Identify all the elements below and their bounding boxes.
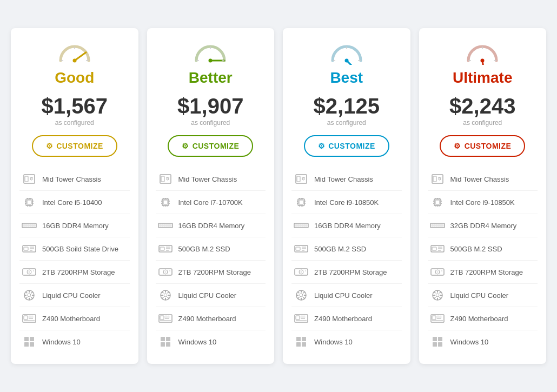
svg-point-161	[300, 294, 303, 297]
svg-rect-85	[166, 224, 168, 227]
spec-text: 32GB DDR4 Memory	[450, 222, 517, 230]
svg-rect-83	[162, 224, 163, 227]
svg-rect-111	[160, 316, 164, 320]
svg-point-121	[344, 59, 348, 63]
list-item: 16GB DDR4 Memory	[291, 214, 402, 237]
spec-text: Z490 Motherboard	[178, 315, 236, 323]
gauge-icon-good	[55, 41, 94, 65]
svg-point-218	[436, 271, 438, 273]
svg-rect-57	[30, 337, 34, 341]
list-item: Intel Core i5-10400	[19, 191, 130, 214]
list-item: Windows 10	[428, 330, 538, 353]
svg-point-99	[169, 270, 170, 271]
svg-rect-10	[27, 200, 31, 204]
svg-point-67	[167, 178, 169, 180]
ssd-icon	[430, 243, 445, 255]
svg-point-159	[305, 270, 306, 271]
cpu-icon	[430, 196, 445, 208]
spec-text: Z490 Motherboard	[314, 315, 372, 323]
svg-rect-119	[166, 342, 170, 347]
spec-text: Intel Core i5-10400	[42, 198, 102, 207]
svg-rect-126	[297, 176, 300, 182]
svg-rect-130	[299, 200, 303, 204]
list-item: 2TB 7200RPM Storage	[156, 261, 266, 284]
svg-rect-147	[306, 224, 307, 227]
customize-button-good[interactable]: ⚙CUSTOMIZE	[32, 135, 117, 157]
spec-list-ultimate: Mid Tower Chassis Intel Core i9-10850K	[428, 168, 538, 353]
cooler-icon	[294, 289, 309, 301]
svg-rect-116	[161, 337, 165, 341]
svg-line-228	[439, 292, 441, 294]
list-item: Liquid CPU Cooler	[291, 284, 402, 307]
gear-icon: ⚙	[318, 142, 326, 150]
spec-text: Mid Tower Chassis	[42, 175, 101, 183]
svg-rect-70	[163, 200, 168, 204]
gear-icon: ⚙	[454, 142, 461, 150]
svg-line-226	[434, 292, 435, 294]
spec-text: 500GB M.2 SSD	[314, 245, 366, 253]
customize-label-ultimate: CUSTOMIZE	[465, 142, 512, 150]
spec-text: 2TB 7200RPM Storage	[450, 268, 523, 276]
price-better: $1,907	[177, 95, 243, 117]
list-item: Intel Core i7-10700K	[156, 191, 266, 214]
list-item: Liquid CPU Cooler	[156, 284, 266, 307]
spec-text: Intel Core i9-10850K	[450, 198, 515, 207]
svg-rect-171	[296, 316, 300, 320]
case-icon	[158, 173, 173, 185]
ssd-icon	[22, 243, 37, 255]
customize-button-ultimate[interactable]: ⚙CUSTOMIZE	[440, 135, 525, 157]
spec-text: 2TB 7200RPM Storage	[314, 268, 387, 276]
spec-list-better: Mid Tower Chassis Intel Core i7-10700K	[156, 168, 266, 353]
list-item: 2TB 7200RPM Storage	[291, 261, 402, 284]
svg-line-166	[298, 292, 300, 294]
list-item: Mid Tower Chassis	[156, 168, 266, 191]
customize-button-better[interactable]: ⚙CUSTOMIZE	[168, 135, 253, 157]
spec-list-best: Mid Tower Chassis Intel Core i9-10850K	[291, 168, 402, 353]
ssd-icon	[158, 243, 173, 255]
as-configured-good: as configured	[55, 119, 94, 127]
list-item: Z490 Motherboard	[19, 307, 130, 330]
ram-icon	[22, 220, 37, 231]
customize-button-best[interactable]: ⚙CUSTOMIZE	[304, 135, 389, 157]
customize-label-better: CUSTOMIZE	[193, 142, 240, 150]
hdd-icon	[430, 266, 445, 278]
customize-label-best: CUSTOMIZE	[328, 142, 375, 150]
svg-line-48	[31, 292, 33, 294]
ram-icon	[430, 220, 445, 231]
svg-rect-52	[29, 316, 31, 318]
svg-point-127	[302, 178, 304, 180]
mobo-icon	[430, 313, 445, 324]
list-item: 16GB DDR4 Memory	[156, 214, 266, 237]
svg-line-229	[434, 297, 435, 299]
svg-rect-152	[296, 247, 300, 250]
svg-line-227	[439, 297, 441, 299]
spec-text: 500GB M.2 SSD	[178, 245, 230, 253]
as-configured-ultimate: as configured	[463, 119, 502, 127]
gear-icon: ⚙	[182, 142, 189, 150]
svg-rect-173	[303, 316, 305, 318]
case-icon	[22, 173, 37, 185]
ram-icon	[294, 220, 309, 231]
mobo-icon	[158, 313, 173, 324]
windows-icon	[158, 336, 173, 348]
svg-rect-233	[440, 316, 441, 318]
pricing-cards: Good$1,567as configured⚙CUSTOMIZE Mid To…	[11, 28, 546, 364]
case-icon	[294, 173, 309, 185]
as-configured-better: as configured	[191, 119, 230, 127]
list-item: 2TB 7200RPM Storage	[428, 261, 538, 284]
list-item: Z490 Motherboard	[428, 307, 538, 330]
list-item: Mid Tower Chassis	[428, 168, 538, 191]
list-item: Z490 Motherboard	[291, 307, 402, 330]
svg-rect-144	[300, 224, 301, 227]
list-item: 500GB M.2 SSD	[291, 237, 402, 261]
svg-rect-145	[302, 224, 303, 227]
spec-text: Windows 10	[42, 338, 81, 346]
svg-rect-125	[296, 175, 307, 183]
svg-point-41	[28, 294, 31, 297]
svg-rect-58	[24, 342, 29, 347]
svg-rect-231	[432, 316, 436, 320]
svg-rect-23	[25, 224, 27, 227]
spec-text: 16GB DDR4 Memory	[178, 222, 245, 230]
svg-point-221	[436, 294, 439, 297]
svg-rect-232	[437, 316, 439, 318]
